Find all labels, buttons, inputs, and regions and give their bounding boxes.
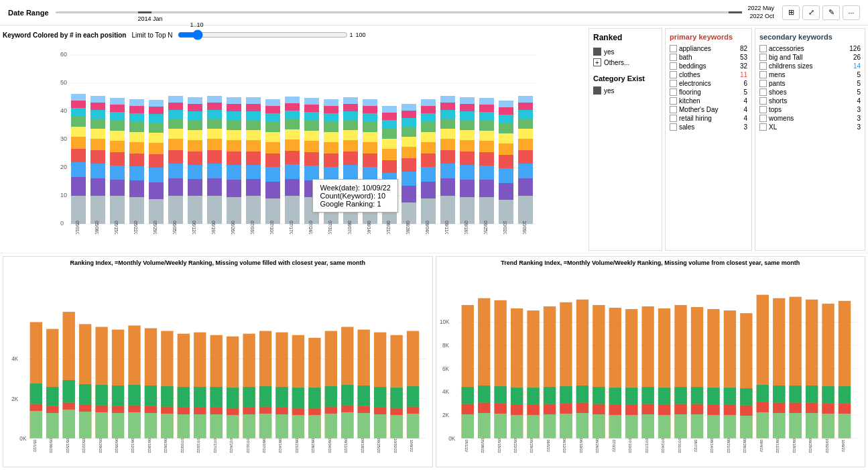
svg-rect-529 (822, 386, 834, 403)
toolbar-table-icon[interactable]: ⊞ (782, 5, 800, 20)
svg-rect-164 (324, 113, 338, 122)
svg-rect-330 (178, 414, 190, 438)
svg-rect-504 (740, 388, 752, 405)
svg-text:08/28/22: 08/28/22 (743, 438, 747, 453)
svg-rect-514 (773, 386, 785, 402)
svg-rect-524 (805, 386, 817, 402)
svg-rect-290 (46, 413, 58, 438)
svg-rect-129 (265, 132, 280, 142)
svg-rect-346 (227, 408, 239, 415)
svg-rect-170 (343, 165, 358, 180)
skw-childrens: childrens sizes14 (759, 62, 861, 70)
svg-rect-390 (374, 414, 386, 438)
svg-rect-208 (401, 118, 416, 127)
svg-rect-213 (421, 182, 436, 198)
slider-max: 100 (353, 32, 365, 38)
svg-rect-16 (71, 162, 86, 177)
svg-text:09/18/22: 09/18/22 (464, 221, 469, 234)
bottom-left-chart: 0K 2K 4K 05/1/22 (6, 268, 430, 459)
svg-rect-376 (325, 407, 337, 414)
svg-text:10/02/22: 10/02/22 (824, 438, 828, 453)
svg-rect-108 (227, 120, 241, 130)
svg-rect-203 (401, 172, 416, 186)
svg-rect-366 (292, 408, 304, 415)
svg-rect-166 (324, 99, 338, 106)
svg-text:05/1/22: 05/1/22 (33, 439, 37, 452)
svg-rect-140 (285, 129, 300, 139)
svg-rect-225 (440, 164, 455, 178)
svg-rect-141 (285, 119, 300, 129)
svg-rect-341 (210, 408, 223, 414)
svg-text:08/28/22: 08/28/22 (406, 221, 410, 234)
svg-rect-449 (560, 386, 572, 403)
svg-text:0: 0 (60, 220, 64, 227)
svg-rect-77 (168, 103, 183, 110)
svg-rect-128 (265, 142, 280, 154)
primary-keywords-title[interactable]: primary keywords (670, 33, 747, 41)
svg-rect-42 (110, 121, 125, 131)
svg-rect-29 (90, 139, 105, 150)
svg-rect-138 (285, 151, 300, 164)
svg-rect-185 (363, 122, 377, 132)
svg-rect-513 (773, 403, 785, 413)
toolbar-more-icon[interactable]: ··· (843, 5, 860, 20)
svg-rect-197 (382, 120, 397, 129)
svg-rect-152 (304, 121, 319, 131)
svg-rect-264 (499, 107, 513, 115)
svg-rect-477 (658, 415, 670, 438)
svg-rect-188 (363, 99, 377, 106)
svg-rect-113 (246, 196, 261, 224)
toolbar-edit-icon[interactable]: ✎ (822, 5, 840, 20)
svg-rect-88 (188, 104, 202, 111)
svg-rect-99 (207, 103, 222, 110)
svg-rect-98 (207, 110, 222, 119)
svg-rect-109 (227, 111, 241, 120)
bottom-right-chart: 0K 2K 4K 6K 8K 10K (439, 268, 863, 459)
svg-rect-453 (576, 403, 588, 413)
svg-rect-312 (112, 386, 124, 406)
svg-rect-267 (518, 196, 533, 224)
svg-text:05/15/22: 05/15/22 (497, 438, 501, 453)
ranked-yes-label: yes (604, 48, 615, 56)
svg-rect-47 (129, 197, 144, 224)
svg-rect-92 (207, 178, 222, 196)
svg-rect-380 (341, 412, 353, 438)
svg-rect-81 (188, 179, 202, 196)
category-yes-item: yes (593, 86, 658, 95)
chart-tooltip: Week(date): 10/09/22 Count(Keyword): 10 … (312, 179, 398, 213)
svg-text:08/14/22: 08/14/22 (278, 438, 282, 453)
svg-rect-184 (363, 132, 377, 142)
skw-shorts: shorts4 (759, 97, 861, 105)
svg-text:05/29/22: 05/29/22 (530, 438, 534, 453)
svg-rect-269 (518, 164, 533, 178)
svg-rect-22 (71, 101, 86, 108)
svg-rect-37 (110, 180, 125, 196)
svg-text:07/31/22: 07/31/22 (246, 438, 250, 453)
top-n-slider[interactable] (178, 30, 348, 40)
svg-rect-126 (265, 167, 280, 182)
tooltip-ranking: Google Ranking: 1 (320, 200, 391, 208)
svg-rect-207 (401, 127, 416, 137)
svg-rect-155 (304, 98, 319, 105)
toolbar-expand-icon[interactable]: ⤢ (802, 5, 820, 20)
svg-rect-216 (421, 142, 436, 154)
svg-rect-50 (129, 154, 144, 166)
svg-rect-257 (499, 183, 513, 200)
secondary-keywords-title[interactable]: secondary keywords (759, 33, 861, 41)
svg-rect-287 (30, 384, 42, 404)
svg-rect-302 (79, 384, 91, 405)
svg-rect-49 (129, 166, 144, 180)
svg-rect-488 (690, 404, 702, 414)
svg-rect-322 (145, 386, 157, 406)
svg-rect-342 (210, 387, 223, 408)
svg-text:08/21/22: 08/21/22 (295, 438, 299, 453)
svg-rect-498 (723, 405, 735, 415)
svg-rect-69 (168, 196, 183, 224)
svg-rect-483 (674, 404, 686, 414)
svg-text:09/25/22: 09/25/22 (808, 438, 812, 453)
svg-rect-337 (194, 387, 206, 408)
svg-rect-459 (593, 387, 605, 404)
svg-rect-263 (499, 115, 513, 123)
svg-rect-305 (95, 412, 107, 438)
svg-rect-186 (363, 113, 377, 122)
